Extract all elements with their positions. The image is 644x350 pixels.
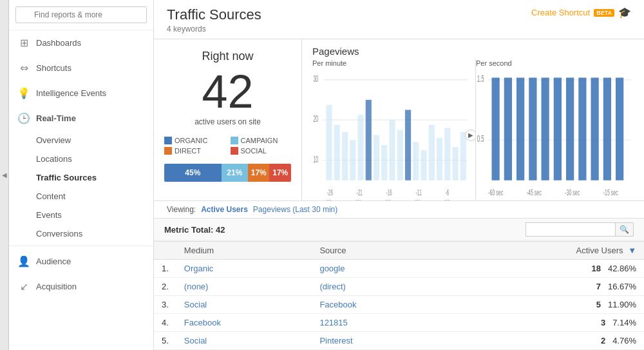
svg-rect-38 [492, 77, 500, 180]
row-source[interactable]: google [312, 260, 448, 278]
page-header: Traffic Sources 4 keywords Create Shortc… [154, 0, 644, 39]
sidebar-subitem-conversions[interactable]: Conversions [9, 224, 153, 243]
sidebar-subitem-overview[interactable]: Overview [9, 131, 153, 150]
graduation-icon: 🎓 [618, 6, 631, 19]
bar-seg-organic: 45% [164, 164, 222, 182]
sidebar-subitem-events[interactable]: Events [9, 206, 153, 224]
organic-dot [164, 137, 172, 144]
svg-text:0.5: 0.5 [477, 134, 484, 144]
col-medium[interactable]: Medium [176, 242, 312, 260]
svg-rect-44 [566, 77, 574, 180]
per-minute-label: Per minute [312, 59, 470, 67]
legend-item-organic: ORGANIC [164, 137, 225, 144]
table-area: Metric Total: 42 🔍 Medium Source Active … [154, 218, 644, 350]
table-row: 1. Organic google 18 42.86% [154, 260, 644, 278]
sidebar-subitem-traffic-sources[interactable]: Traffic Sources [9, 168, 153, 187]
row-source[interactable]: (direct) [312, 278, 448, 296]
title-area: Traffic Sources 4 keywords [167, 6, 261, 34]
svg-text:min: min [326, 197, 332, 200]
svg-rect-7 [334, 125, 340, 180]
svg-rect-15 [397, 130, 403, 180]
svg-rect-6 [326, 105, 332, 180]
sidebar-item-intelligence-events[interactable]: 💡 Intelligence Events [9, 81, 153, 106]
svg-rect-14 [389, 120, 395, 180]
sidebar-collapse-toggle[interactable]: ◀ [0, 0, 9, 350]
table-search-button[interactable]: 🔍 [616, 222, 634, 237]
per-second-chart: Per second 1.5 0.5 [476, 59, 634, 200]
sidebar: 🔍 ⊞ Dashboards ⇔ Shortcuts 💡 Intelligenc… [9, 0, 154, 350]
svg-rect-46 [591, 77, 599, 180]
svg-rect-16 [405, 110, 411, 180]
row-medium[interactable]: Facebook [176, 314, 312, 332]
metric-label: Metric Total: [164, 225, 213, 235]
pageviews-link[interactable]: Pageviews (Last 30 min) [253, 205, 337, 214]
svg-rect-43 [554, 77, 562, 180]
bulb-icon: 💡 [17, 87, 31, 99]
table-body: 1. Organic google 18 42.86% 2. (none) (d… [154, 260, 644, 350]
sidebar-item-label: Shortcuts [36, 63, 71, 73]
col-source[interactable]: Source [312, 242, 448, 260]
svg-rect-21 [444, 128, 450, 180]
row-active-users: 7 16.67% [448, 278, 644, 296]
row-source[interactable]: 121815 [312, 314, 448, 332]
main-content: Traffic Sources 4 keywords Create Shortc… [154, 0, 644, 350]
left-panel: Right now 42 active users on site ORGANI… [154, 39, 302, 200]
row-active-users: 5 11.90% [448, 296, 644, 314]
per-second-svg: 1.5 0.5 [476, 70, 634, 200]
svg-rect-11 [366, 100, 372, 180]
row-source[interactable]: Facebook [312, 296, 448, 314]
legend-label-campaign: CAMPAIGN [241, 137, 278, 144]
table-search-input[interactable] [526, 222, 616, 237]
sidebar-item-acquisition[interactable]: ↙ Acquisition [9, 274, 153, 299]
row-medium[interactable]: (none) [176, 278, 312, 296]
col-active-users[interactable]: Active Users ▼ [448, 242, 644, 260]
svg-rect-40 [516, 77, 524, 180]
svg-rect-23 [460, 132, 466, 180]
svg-text:20: 20 [314, 114, 319, 124]
row-num: 4. [154, 314, 176, 332]
row-active-users: 2 4.76% [448, 332, 644, 350]
sidebar-subitem-content[interactable]: Content [9, 187, 153, 206]
nav-divider [9, 246, 153, 246]
sidebar-subitem-locations[interactable]: Locations [9, 150, 153, 168]
row-source[interactable]: Pinterest [312, 332, 448, 350]
svg-rect-17 [413, 142, 419, 180]
row-medium[interactable]: Organic [176, 260, 312, 278]
legend-item-direct: DIRECT [164, 147, 225, 155]
person-icon: 👤 [17, 255, 31, 267]
create-shortcut-button[interactable]: Create Shortcut BETA 🎓 [531, 6, 631, 19]
row-medium[interactable]: Social [176, 296, 312, 314]
data-table: Medium Source Active Users ▼ 1. Organic … [154, 241, 644, 350]
sidebar-item-audience[interactable]: 👤 Audience [9, 249, 153, 274]
stacked-bar: 45% 21% 17% 17% [164, 164, 291, 182]
direct-dot [164, 147, 172, 155]
arrow-left-right-icon: ⇔ [17, 62, 31, 74]
sort-arrow-icon: ▼ [628, 246, 636, 255]
right-now-label: Right now [164, 50, 291, 63]
svg-text:10: 10 [314, 154, 319, 164]
metric-value: 42 [216, 225, 225, 235]
svg-text:1.5: 1.5 [477, 73, 484, 83]
search-input[interactable] [15, 6, 147, 23]
metric-total-text: Metric Total: 42 [164, 225, 225, 235]
sidebar-item-label: Real-Time [36, 113, 76, 123]
legend-item-social: SOCIAL [231, 147, 292, 155]
svg-text:min: min [415, 197, 421, 200]
active-users-link[interactable]: Active Users [201, 205, 248, 214]
legend-item-campaign: CAMPAIGN [231, 137, 292, 144]
svg-text:-26: -26 [327, 188, 333, 197]
viewing-label: Viewing: [167, 205, 196, 214]
grid-icon: ⊞ [17, 37, 31, 49]
sidebar-item-shortcuts[interactable]: ⇔ Shortcuts [9, 55, 153, 81]
beta-badge: BETA [594, 9, 614, 17]
chart-nav-arrow[interactable]: ▶ [465, 130, 476, 141]
svg-rect-41 [529, 77, 536, 180]
svg-text:-11: -11 [416, 188, 422, 197]
sidebar-item-dashboards[interactable]: ⊞ Dashboards [9, 30, 153, 55]
row-num: 5. [154, 332, 176, 350]
bar-seg-social: 17% [269, 164, 290, 182]
sidebar-item-real-time[interactable]: 🕒 Real-Time [9, 106, 153, 131]
page-title: Traffic Sources [167, 6, 261, 23]
table-row: 2. (none) (direct) 7 16.67% [154, 278, 644, 296]
row-medium[interactable]: Social [176, 332, 312, 350]
